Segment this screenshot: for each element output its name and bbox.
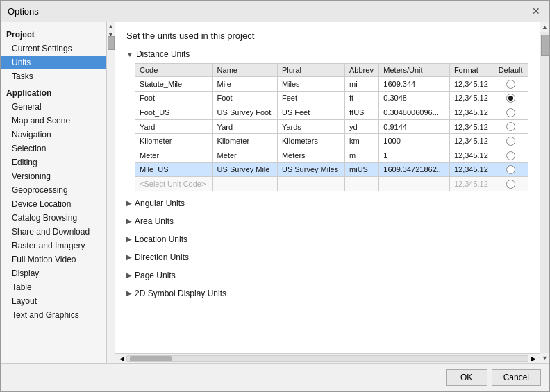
sidebar-item-raster-and-imagery[interactable]: Raster and Imagery: [1, 239, 106, 253]
radio-statute-mile[interactable]: [506, 80, 515, 89]
distance-units-header[interactable]: ▼ Distance Units: [126, 48, 528, 60]
sidebar-section-application: Application General Map and Scene Naviga…: [1, 86, 106, 322]
page-units-label: Page Units: [135, 271, 176, 280]
v-scroll-track: [540, 32, 550, 353]
sidebar-item-navigation[interactable]: Navigation: [1, 128, 106, 142]
v-scroll-thumb[interactable]: [541, 35, 549, 56]
sidebar-item-general[interactable]: General: [1, 100, 106, 114]
2d-symbol-label: 2D Symbol Display Units: [135, 289, 226, 298]
h-scrollbar-track[interactable]: [126, 355, 528, 362]
close-button[interactable]: ✕: [530, 5, 542, 17]
v-scroll-down[interactable]: ▼: [540, 353, 550, 363]
col-header-default: Default: [494, 64, 528, 77]
radio-mile-us[interactable]: [506, 165, 515, 174]
sidebar-item-units[interactable]: Units: [1, 56, 106, 69]
radio-meter[interactable]: [506, 151, 515, 160]
main-area: Set the units used in this project ▼ Dis…: [115, 22, 549, 363]
cell-name: Meter: [212, 148, 277, 162]
ok-button[interactable]: OK: [446, 369, 488, 386]
sidebar-item-device-location[interactable]: Device Location: [1, 197, 106, 211]
radio-foot[interactable]: [506, 94, 515, 103]
sidebar-item-catalog-browsing[interactable]: Catalog Browsing: [1, 211, 106, 225]
location-units-header[interactable]: ▶ Location Units: [126, 233, 528, 246]
sidebar-item-map-and-scene[interactable]: Map and Scene: [1, 114, 106, 128]
cell-name: Yard: [212, 119, 277, 134]
cell-abbrev: m: [345, 148, 379, 162]
angular-units-section: ▶ Angular Units: [126, 197, 528, 210]
cell-default[interactable]: [494, 105, 528, 120]
cell-plural: US Feet: [277, 105, 344, 120]
area-units-section: ▶ Area Units: [126, 215, 528, 228]
col-header-meters: Meters/Unit: [379, 64, 450, 77]
cell-format: 12,345.12: [449, 91, 494, 105]
sidebar-item-selection[interactable]: Selection: [1, 142, 106, 155]
table-row-highlighted[interactable]: Mile_US US Survey Mile US Survey Miles m…: [135, 162, 528, 177]
content-scroll-area: Set the units used in this project ▼ Dis…: [115, 22, 540, 363]
cell-abbrev: km: [345, 134, 379, 148]
sidebar-item-versioning[interactable]: Versioning: [1, 169, 106, 183]
table-row[interactable]: Foot Foot Feet ft 0.3048 12,345.12: [135, 91, 528, 105]
h-scroll-left[interactable]: ◀: [117, 354, 126, 364]
cell-code: Yard: [135, 119, 213, 134]
table-row[interactable]: Yard Yard Yards yd 0.9144 12,345.12: [135, 119, 528, 134]
sidebar-item-table[interactable]: Table: [1, 280, 106, 294]
sidebar-item-geoprocessing[interactable]: Geoprocessing: [1, 183, 106, 197]
table-row[interactable]: Kilometer Kilometer Kilometers km 1000 1…: [135, 134, 528, 148]
page-units-header[interactable]: ▶ Page Units: [126, 269, 528, 282]
cell-format: 12,345.12: [449, 162, 494, 177]
v-scroll-up[interactable]: ▲: [540, 22, 550, 32]
h-scroll-right[interactable]: ▶: [528, 354, 538, 364]
cell-default[interactable]: [494, 91, 528, 105]
sidebar-item-share-and-download[interactable]: Share and Download: [1, 225, 106, 239]
sidebar-scrollbar: ▲ ▼: [106, 22, 115, 363]
table-row[interactable]: Foot_US US Survey Foot US Feet ftUS 0.30…: [135, 105, 528, 120]
2d-symbol-arrow: ▶: [126, 289, 132, 297]
cell-name: US Survey Mile: [212, 162, 277, 177]
angular-units-header[interactable]: ▶ Angular Units: [126, 197, 528, 210]
sidebar-section-header-application: Application: [1, 86, 106, 100]
sidebar-item-text-and-graphics[interactable]: Text and Graphics: [1, 308, 106, 322]
sidebar-scroll-up[interactable]: ▲: [107, 22, 115, 31]
cell-default-empty[interactable]: [494, 177, 528, 191]
h-scrollbar-thumb[interactable]: [130, 356, 172, 361]
table-row[interactable]: Statute_Mile Mile Miles mi 1609.344 12,3…: [135, 77, 528, 92]
area-units-header[interactable]: ▶ Area Units: [126, 215, 528, 228]
cell-format: 12,345.12: [449, 134, 494, 148]
cell-code: Foot: [135, 91, 213, 105]
cell-abbrev-empty: [345, 177, 379, 191]
sidebar-item-tasks[interactable]: Tasks: [1, 69, 106, 83]
cell-code: Meter: [135, 148, 213, 162]
radio-select[interactable]: [506, 180, 515, 189]
cell-format: 12,345.12: [449, 77, 494, 92]
table-row-select[interactable]: <Select Unit Code> 12,345.12: [135, 177, 528, 191]
sidebar-item-layout[interactable]: Layout: [1, 294, 106, 308]
location-units-section: ▶ Location Units: [126, 233, 528, 246]
cell-code: Foot_US: [135, 105, 213, 120]
cell-code-select[interactable]: <Select Unit Code>: [135, 177, 213, 191]
cell-default[interactable]: [494, 134, 528, 148]
cell-default[interactable]: [494, 119, 528, 134]
cell-default[interactable]: [494, 148, 528, 162]
radio-kilometer[interactable]: [506, 137, 515, 146]
cell-meters: 1000: [379, 134, 450, 148]
location-units-arrow: ▶: [126, 235, 132, 243]
cell-code: Kilometer: [135, 134, 213, 148]
sidebar-scroll-thumb[interactable]: [108, 36, 115, 50]
sidebar-item-current-settings[interactable]: Current Settings: [1, 42, 106, 56]
2d-symbol-header[interactable]: ▶ 2D Symbol Display Units: [126, 287, 528, 300]
radio-yard[interactable]: [506, 122, 515, 131]
cell-code: Mile_US: [135, 162, 213, 177]
cell-name: Foot: [212, 91, 277, 105]
radio-foot-us[interactable]: [506, 108, 515, 117]
sidebar-item-display[interactable]: Display: [1, 266, 106, 280]
sidebar-item-editing[interactable]: Editing: [1, 155, 106, 169]
cell-default[interactable]: [494, 162, 528, 177]
sidebar-item-full-motion-video[interactable]: Full Motion Video: [1, 253, 106, 266]
main-content: Set the units used in this project ▼ Dis…: [115, 22, 540, 353]
cancel-button[interactable]: Cancel: [492, 369, 541, 386]
page-units-section: ▶ Page Units: [126, 269, 528, 282]
table-row[interactable]: Meter Meter Meters m 1 12,345.12: [135, 148, 528, 162]
cell-default[interactable]: [494, 77, 528, 92]
direction-units-header[interactable]: ▶ Direction Units: [126, 251, 528, 264]
angular-units-arrow: ▶: [126, 199, 132, 207]
